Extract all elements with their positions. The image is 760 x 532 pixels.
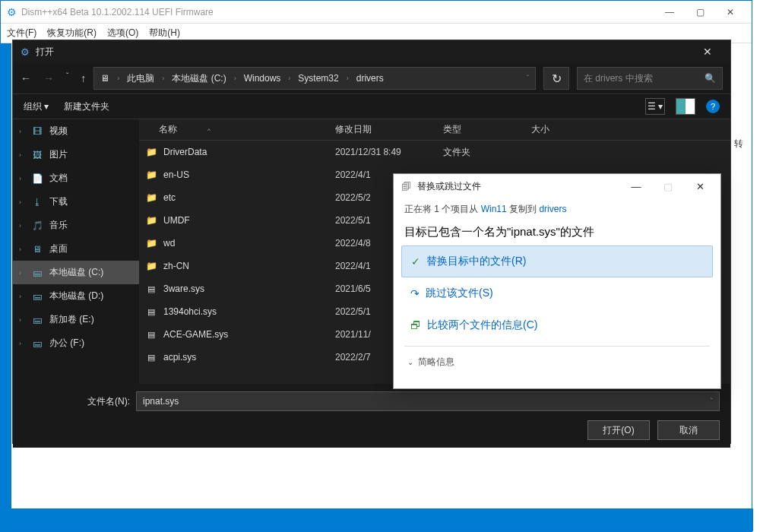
main-titlebar: ⚙ Dism++x64 Beta 10.1.2002.114 UEFI Firm… [1, 1, 752, 24]
skip-icon: ↷ [410, 287, 420, 299]
sidebar-item[interactable]: ›🎵音乐 [13, 214, 139, 237]
pc-icon: 🖥 [100, 73, 109, 84]
bottom-strip [1, 508, 753, 531]
column-headers: 名称^ 修改日期 类型 大小 [139, 119, 730, 141]
back-button[interactable]: ← [21, 72, 31, 84]
menu-help[interactable]: 帮助(H) [149, 27, 180, 40]
open-close-button[interactable]: ✕ [692, 46, 723, 58]
open-title: 打开 [36, 46, 692, 59]
sidebar-item[interactable]: ›🖥桌面 [13, 237, 139, 261]
newfolder-button[interactable]: 新建文件夹 [64, 100, 109, 113]
organize-menu[interactable]: 组织 ▾ [24, 100, 49, 113]
replace-option[interactable]: ✓ 替换目标中的文件(R) [401, 245, 713, 277]
filename-input[interactable]: ipnat.sysˇ [136, 391, 720, 411]
app-icon: ⚙ [7, 6, 17, 18]
sidebar-item[interactable]: ›🖴新加卷 (E:) [13, 308, 139, 331]
recent-button[interactable]: ˇ [66, 72, 68, 84]
chevron-down-icon: ⌄ [407, 358, 413, 366]
open-titlebar: ⚙ 打开 ✕ [13, 40, 730, 63]
open-toolbar: 组织 ▾ 新建文件夹 ☰ ▾ ? [13, 93, 730, 119]
open-button[interactable]: 打开(O) [587, 420, 650, 440]
search-icon: 🔍 [705, 73, 716, 84]
open-navbar: ← → ˇ ↑ 🖥› 此电脑› 本地磁盘 (C:)› Windows› Syst… [13, 63, 730, 93]
replace-dialog: 🗐 替换或跳过文件 — ▢ ✕ 正在将 1 个项目从 Win11 复制到 dri… [393, 173, 721, 389]
minimize-button[interactable]: — [654, 2, 685, 23]
compare-option[interactable]: 🗗 比较两个文件的信息(C) [401, 309, 713, 341]
sidebar-item[interactable]: ›🖴办公 (F:) [13, 331, 139, 355]
more-info[interactable]: ⌄ 简略信息 [394, 350, 720, 375]
close-button[interactable]: ✕ [715, 2, 746, 23]
window-title: Dism++x64 Beta 10.1.2002.114 UEFI Firmwa… [21, 7, 654, 17]
view-button[interactable]: ☰ ▾ [645, 98, 665, 115]
preview-button[interactable] [676, 98, 695, 115]
replace-max-button[interactable]: ▢ [655, 181, 681, 192]
replace-titlebar: 🗐 替换或跳过文件 — ▢ ✕ [394, 174, 720, 198]
menu-options[interactable]: 选项(O) [107, 27, 138, 40]
search-input[interactable]: 在 drivers 中搜索 🔍 [577, 67, 723, 90]
open-icon: ⚙ [21, 46, 30, 58]
file-row[interactable]: 📁DriverData2021/12/31 8:49文件夹 [139, 141, 730, 163]
menu-restore[interactable]: 恢复功能(R) [47, 27, 97, 40]
compare-icon: 🗗 [410, 319, 421, 331]
sidebar-item[interactable]: ›⭳下载 [13, 190, 139, 214]
forward-button[interactable]: → [43, 72, 54, 84]
up-button[interactable]: ↑ [81, 72, 86, 84]
left-strip [1, 43, 11, 532]
replace-message: 目标已包含一个名为"ipnat.sys"的文件 [394, 220, 720, 241]
replace-close-button[interactable]: ✕ [687, 181, 713, 192]
divider [404, 346, 710, 347]
replace-intro: 正在将 1 个项目从 Win11 复制到 drivers [394, 198, 720, 220]
open-footer: 文件名(N): ipnat.sysˇ 打开(O) 取消 [13, 384, 730, 448]
copy-icon: 🗐 [401, 181, 411, 192]
replace-title: 替换或跳过文件 [417, 180, 617, 193]
menu-file[interactable]: 文件(F) [7, 27, 36, 40]
check-icon: ✓ [411, 255, 420, 268]
breadcrumb[interactable]: 🖥› 此电脑› 本地磁盘 (C:)› Windows› System32› dr… [93, 67, 536, 90]
sidebar-item[interactable]: ›🖼图片 [13, 143, 139, 166]
sidebar-item[interactable]: ›🖴本地磁盘 (C:) [13, 261, 139, 284]
refresh-button[interactable]: ↻ [543, 67, 569, 90]
sidebar-item[interactable]: ›🎞视频 [13, 119, 139, 143]
sidebar: ›🎞视频›🖼图片›📄文档›⭳下载›🎵音乐›🖥桌面›🖴本地磁盘 (C:)›🖴本地磁… [13, 119, 139, 384]
filename-label: 文件名(N): [24, 395, 130, 408]
sidebar-item[interactable]: ›🖴本地磁盘 (D:) [13, 284, 139, 308]
cancel-button[interactable]: 取消 [657, 420, 720, 440]
help-button[interactable]: ? [706, 100, 720, 113]
maximize-button[interactable]: ▢ [685, 2, 715, 23]
replace-min-button[interactable]: — [623, 181, 649, 192]
nav-arrows: ← → ˇ ↑ [21, 72, 86, 84]
sidebar-item[interactable]: ›📄文档 [13, 166, 139, 190]
chevron-down-icon[interactable]: ˇ [527, 74, 529, 83]
skip-option[interactable]: ↷ 跳过该文件(S) [401, 277, 713, 309]
